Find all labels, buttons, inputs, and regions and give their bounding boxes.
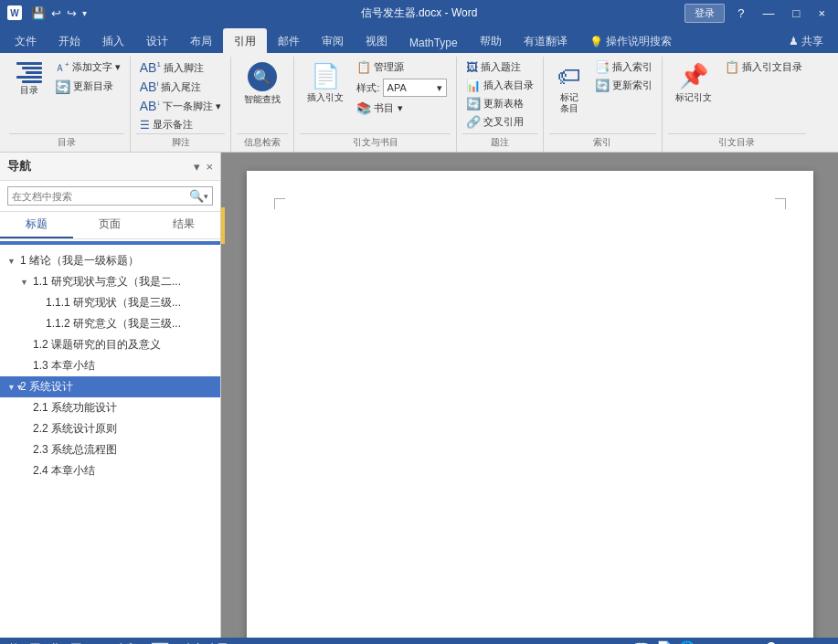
insert-citation-button[interactable]: 📄 插入引文 bbox=[300, 58, 351, 107]
citation-icon: 📄 bbox=[311, 62, 340, 90]
tree-item-1-2[interactable]: 1.2 课题研究的目的及意义 bbox=[0, 334, 220, 355]
manage-icon: 📋 bbox=[356, 60, 371, 74]
tab-mailings[interactable]: 邮件 bbox=[267, 28, 311, 53]
nav-tab-headings[interactable]: 标题 bbox=[0, 212, 73, 238]
add-text-button[interactable]: Ａ+ 添加文字 ▾ bbox=[51, 58, 124, 77]
nav-menu-btn[interactable]: ▾ bbox=[194, 160, 200, 174]
insert-footnote-button[interactable]: AB1 插入脚注 bbox=[136, 58, 226, 77]
tab-design[interactable]: 设计 bbox=[135, 28, 179, 53]
nav-header: 导航 ▾ × bbox=[0, 153, 220, 181]
input-status-icon: ⌨ bbox=[151, 640, 169, 644]
tree-item-2-4[interactable]: 2.4 本章小结 bbox=[0, 460, 220, 481]
tree-item-1-1-1[interactable]: 1.1.1 研究现状（我是三级... bbox=[0, 292, 220, 313]
next-footnote-button[interactable]: AB↓ 下一条脚注 ▾ bbox=[136, 97, 226, 115]
tree-item-2[interactable]: ▼ 2 系统设计 bbox=[0, 376, 220, 397]
insert-caption-button[interactable]: 🖼 插入题注 bbox=[462, 58, 537, 76]
tree-item-2-2[interactable]: 2.2 系统设计原则 bbox=[0, 418, 220, 439]
citation-index-group-label: 引文目录 bbox=[668, 133, 806, 152]
mark-entry-button[interactable]: 🏷 标记条目 bbox=[549, 58, 589, 118]
tab-home[interactable]: 开始 bbox=[48, 28, 91, 53]
tab-mathtype[interactable]: MathType bbox=[398, 31, 469, 53]
title-bar-left: W 💾 ↩ ↪ ▾ bbox=[7, 5, 87, 20]
tree-item-1[interactable]: 1 绪论（我是一级标题） bbox=[0, 250, 220, 271]
document-area[interactable] bbox=[221, 153, 838, 638]
nav-search-box: 🔍 ▾ bbox=[7, 186, 213, 206]
nav-search-input[interactable] bbox=[12, 191, 189, 202]
help-window-btn[interactable]: ? bbox=[732, 6, 749, 20]
footnote-icon: AB1 bbox=[140, 60, 161, 75]
minimize-btn[interactable]: — bbox=[758, 6, 780, 20]
read-mode-icon[interactable]: 📖 bbox=[633, 640, 649, 644]
toc-button[interactable]: 目录 bbox=[9, 58, 49, 100]
nav-close-btn[interactable]: × bbox=[206, 160, 213, 174]
manage-sources-label: 管理源 bbox=[374, 60, 404, 74]
cross-ref-icon: 🔗 bbox=[466, 115, 481, 129]
nav-tab-pages[interactable]: 页面 bbox=[73, 212, 146, 238]
restore-btn[interactable]: □ bbox=[788, 6, 806, 20]
mark-citation-button[interactable]: 📌 标记引文 bbox=[668, 58, 719, 107]
tab-help[interactable]: 帮助 bbox=[469, 28, 513, 53]
bibliography-button[interactable]: 📚 书目 ▾ bbox=[353, 100, 450, 117]
cross-reference-button[interactable]: 🔗 交叉引用 bbox=[462, 113, 537, 131]
style-selector[interactable]: 样式: APA ▾ bbox=[353, 77, 450, 99]
tab-translate[interactable]: 有道翻译 bbox=[513, 28, 578, 53]
add-text-label: 添加文字 ▾ bbox=[72, 60, 121, 74]
tab-references[interactable]: 引用 bbox=[223, 28, 267, 53]
nav-search-dropdown[interactable]: ▾ bbox=[204, 192, 208, 201]
title-bar: W 💾 ↩ ↪ ▾ 信号发生器.docx - Word 登录 ? — □ × bbox=[0, 0, 838, 26]
update-table-button[interactable]: 🔄 更新表格 bbox=[462, 95, 537, 112]
update-index-button[interactable]: 🔄 更新索引 bbox=[591, 77, 656, 94]
redo-quick-btn[interactable]: ↪ bbox=[67, 6, 77, 20]
nav-search-icon[interactable]: 🔍 bbox=[189, 189, 204, 203]
login-button[interactable]: 登录 bbox=[684, 4, 725, 23]
share-btn[interactable]: ♟ 共享 bbox=[778, 28, 834, 53]
citations-group-label: 引文与书目 bbox=[300, 133, 450, 152]
add-text-icon: Ａ+ bbox=[55, 60, 69, 75]
insert-index-button[interactable]: 📑 插入索引 bbox=[591, 58, 656, 76]
customize-quick-btn[interactable]: ▾ bbox=[82, 8, 87, 18]
word-count: 161 个字 bbox=[96, 641, 135, 645]
index-group-label: 索引 bbox=[549, 133, 656, 152]
nav-highlight-bar bbox=[0, 241, 220, 245]
nav-search-row: 🔍 ▾ bbox=[0, 181, 220, 212]
ribbon-group-index: 🏷 标记条目 📑 插入索引 🔄 更新索引 索引 bbox=[544, 57, 663, 152]
tree-item-2-3[interactable]: 2.3 系统总流程图 bbox=[0, 439, 220, 460]
insert-citation-table-button[interactable]: 📋 插入引文目录 bbox=[721, 58, 806, 76]
show-notes-label: 显示备注 bbox=[153, 118, 193, 132]
manage-sources-button[interactable]: 📋 管理源 bbox=[353, 58, 450, 76]
tab-file[interactable]: 文件 bbox=[4, 28, 48, 53]
print-layout-icon[interactable]: 📄 bbox=[656, 640, 672, 644]
tab-search[interactable]: 💡 操作说明搜索 bbox=[578, 28, 683, 53]
next-footnote-icon: AB↓ bbox=[140, 99, 161, 113]
smart-search-content: 🔍 智能查找 bbox=[237, 58, 288, 133]
tab-view[interactable]: 视图 bbox=[355, 28, 398, 53]
insert-table-captions-button[interactable]: 📊 插入表目录 bbox=[462, 77, 537, 94]
insert-endnote-button[interactable]: ABi 插入尾注 bbox=[136, 78, 226, 96]
undo-quick-btn[interactable]: ↩ bbox=[51, 6, 61, 20]
tree-item-1-1[interactable]: 1.1 研究现状与意义（我是二... bbox=[0, 271, 220, 292]
tree-item-1-3[interactable]: 1.3 本章小结 bbox=[0, 355, 220, 376]
nav-tab-results[interactable]: 结果 bbox=[147, 212, 220, 238]
close-btn[interactable]: × bbox=[812, 6, 831, 20]
tab-layout[interactable]: 布局 bbox=[179, 28, 223, 53]
save-quick-btn[interactable]: 💾 bbox=[31, 6, 46, 20]
tree-item-1-1-2[interactable]: 1.1.2 研究意义（我是三级... bbox=[0, 313, 220, 334]
update-table-icon: 🔄 bbox=[466, 97, 481, 111]
captions-content: 🖼 插入题注 📊 插入表目录 🔄 更新表格 🔗 交叉引用 bbox=[462, 58, 537, 133]
citation-small-btns: 📋 管理源 样式: APA ▾ 📚 书目 ▾ bbox=[353, 58, 450, 117]
tab-insert[interactable]: 插入 bbox=[91, 28, 135, 53]
tab-review[interactable]: 审阅 bbox=[311, 28, 355, 53]
style-dropdown[interactable]: APA ▾ bbox=[383, 79, 447, 97]
insert-index-icon: 📑 bbox=[595, 60, 610, 74]
nav-tabs-row: 标题 页面 结果 bbox=[0, 212, 220, 239]
tree-item-2-1[interactable]: 2.1 系统功能设计 bbox=[0, 397, 220, 418]
bibliography-icon: 📚 bbox=[356, 101, 371, 115]
ribbon-group-captions: 🖼 插入题注 📊 插入表目录 🔄 更新表格 🔗 交叉引用 题注 bbox=[457, 57, 544, 152]
style-value: APA bbox=[387, 82, 407, 93]
update-toc-button[interactable]: 🔄 更新目录 bbox=[51, 78, 124, 96]
smart-find-label: 智能查找 bbox=[244, 93, 281, 106]
web-layout-icon[interactable]: 🌐 bbox=[679, 640, 695, 644]
show-notes-button[interactable]: ☰ 显示备注 bbox=[136, 116, 226, 133]
nav-controls: ▾ × bbox=[194, 160, 213, 174]
smart-find-button[interactable]: 🔍 智能查找 bbox=[237, 58, 288, 110]
